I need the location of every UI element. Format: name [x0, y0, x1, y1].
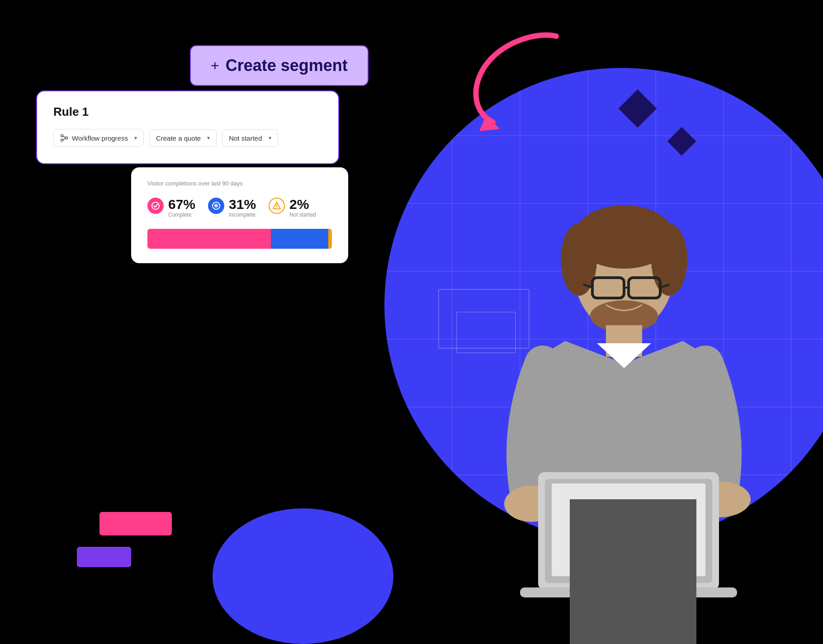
- svg-point-16: [66, 137, 68, 139]
- complete-icon: [147, 198, 164, 214]
- notstarted-values: 2% Not started: [289, 197, 316, 218]
- rule-card: Rule 1 Workflow progress ▾ Create a quot…: [36, 90, 339, 164]
- svg-point-15: [61, 135, 63, 137]
- chevron-down-icon-3: ▾: [269, 135, 271, 141]
- workflow-progress-dropdown[interactable]: Workflow progress ▾: [53, 129, 144, 147]
- rule-title: Rule 1: [53, 105, 322, 119]
- deco-pink-rect: [99, 512, 172, 535]
- incomplete-percent: 31%: [229, 197, 256, 212]
- deco-purple-rect: [77, 547, 131, 567]
- blue-blob-secondary: [213, 508, 393, 644]
- create-segment-button[interactable]: + Create segment: [190, 45, 369, 86]
- rule-dropdowns: Workflow progress ▾ Create a quote ▾ Not…: [53, 129, 322, 147]
- completions-card: Visitor completions over last 90 days 67…: [131, 167, 348, 263]
- incomplete-values: 31% Incomplete: [229, 197, 256, 218]
- chevron-down-icon-2: ▾: [207, 135, 210, 141]
- completions-title: Visitor completions over last 90 days: [147, 180, 332, 187]
- person-illustration: [461, 183, 787, 644]
- not-started-label: Not started: [229, 134, 262, 142]
- svg-line-18: [63, 136, 66, 137]
- stat-incomplete: 31% Incomplete: [208, 197, 256, 218]
- incomplete-icon: [208, 198, 224, 214]
- progress-bar: [147, 229, 332, 249]
- notstarted-percent: 2%: [289, 197, 316, 212]
- completions-stats: 67% Complete 31% Incomplete: [147, 197, 332, 218]
- not-started-dropdown[interactable]: Not started ▾: [222, 129, 278, 147]
- create-quote-label: Create a quote: [156, 134, 201, 142]
- svg-point-20: [152, 202, 159, 209]
- complete-values: 67% Complete: [168, 197, 195, 218]
- arrow-decoration: [448, 27, 574, 131]
- complete-percent: 67%: [168, 197, 195, 212]
- workflow-icon: [60, 134, 68, 142]
- stat-complete: 67% Complete: [147, 197, 195, 218]
- chevron-down-icon: ▾: [134, 135, 137, 141]
- incomplete-label: Incomplete: [229, 212, 256, 218]
- workflow-progress-label: Workflow progress: [72, 134, 128, 142]
- complete-label: Complete: [168, 212, 195, 218]
- progress-complete: [147, 229, 271, 249]
- svg-point-25: [276, 208, 277, 208]
- svg-line-19: [63, 138, 66, 140]
- notstarted-label: Not started: [289, 212, 316, 218]
- create-quote-dropdown[interactable]: Create a quote ▾: [149, 129, 217, 147]
- create-segment-label: Create segment: [226, 56, 348, 75]
- svg-point-17: [61, 139, 63, 142]
- stat-notstarted: 2% Not started: [269, 197, 316, 218]
- progress-incomplete: [271, 229, 328, 249]
- notstarted-icon: [269, 198, 285, 214]
- progress-notstarted: [328, 229, 332, 249]
- plus-icon: +: [211, 58, 219, 73]
- svg-rect-45: [570, 499, 696, 644]
